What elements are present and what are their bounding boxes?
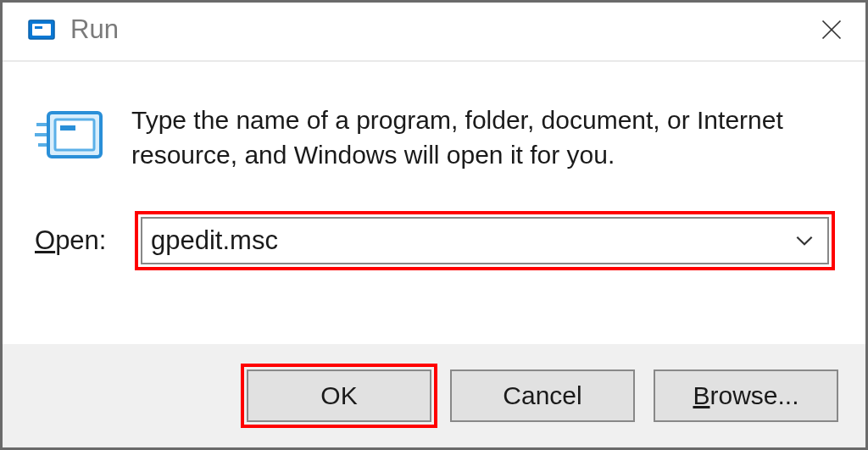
open-combobox[interactable] [141,217,829,264]
browse-button[interactable]: Browse... [654,369,838,422]
close-icon [820,18,843,42]
window-title: Run [70,14,813,45]
open-input[interactable] [151,225,793,256]
open-label: Open: [35,225,135,256]
open-combo-highlight [135,211,835,270]
svg-rect-1 [32,24,51,36]
info-row: Type the name of a program, folder, docu… [35,97,835,175]
ok-button[interactable]: OK [247,369,431,422]
run-icon-small [26,14,57,45]
close-button[interactable] [813,11,850,48]
run-icon-large [35,101,109,175]
button-bar: OK Cancel Browse... [3,344,865,447]
cancel-button[interactable]: Cancel [450,369,635,422]
titlebar: Run [3,3,865,62]
svg-rect-9 [55,119,94,150]
open-row: Open: [35,211,835,270]
dialog-content: Type the name of a program, folder, docu… [3,62,865,270]
svg-rect-10 [60,125,75,131]
description-text: Type the name of a program, folder, docu… [131,97,835,173]
svg-rect-2 [35,26,42,29]
chevron-down-icon[interactable] [793,230,815,252]
